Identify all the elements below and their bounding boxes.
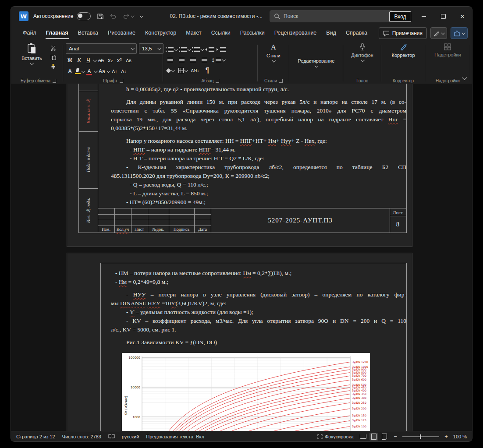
justify-button[interactable]: [200, 56, 210, 64]
focus-mode-button[interactable]: Фокусировка: [317, 434, 354, 439]
clipboard-dialog-launcher[interactable]: [53, 79, 56, 83]
styles-button[interactable]: А Стили: [263, 41, 284, 77]
doc-line: - Н Т – потери напора на трение: Н Т = Q…: [111, 154, 406, 163]
maximize-icon: [441, 14, 446, 19]
align-left-button[interactable]: [166, 56, 175, 64]
kv-curve-label: Зу/DN 400: [352, 389, 366, 392]
maximize-button[interactable]: [433, 7, 453, 26]
doc-line: - НПГ – напор на гидранте НПГ= 31,44 м.: [111, 145, 406, 154]
ribbon-tab[interactable]: Главная: [41, 28, 73, 38]
signin-button[interactable]: Вход: [389, 11, 411, 22]
bullets-button[interactable]: [166, 45, 177, 54]
word-count[interactable]: Число слов: 2783: [62, 434, 101, 439]
kv-curve-label: Зу/DN 600: [352, 378, 366, 381]
zoom-slider[interactable]: [402, 436, 439, 437]
collapse-ribbon-button[interactable]: [462, 74, 466, 81]
grow-font-button[interactable]: А↑: [110, 67, 119, 76]
text-predictions[interactable]: Предсказания текста: Вкл: [146, 434, 204, 439]
ribbon-tab[interactable]: Рецензирование: [270, 28, 322, 38]
decrease-indent-button[interactable]: [205, 45, 215, 54]
font-name-select[interactable]: Arial: [66, 43, 137, 54]
shrink-font-button[interactable]: А↓: [120, 67, 128, 76]
ribbon-tab[interactable]: Вставка: [73, 28, 103, 38]
editor-button[interactable]: Корректор: [388, 41, 419, 77]
underline-dropdown-icon[interactable]: [93, 58, 96, 62]
kerning-button[interactable]: Ав: [124, 56, 133, 65]
share-dropdown-icon: [462, 31, 465, 35]
proofing-status[interactable]: [108, 434, 115, 440]
close-button[interactable]: ×: [453, 7, 472, 26]
read-mode-button[interactable]: [359, 433, 368, 441]
font-color-button[interactable]: А: [85, 67, 93, 76]
zoom-slider-knob[interactable]: [420, 434, 421, 439]
paste-button[interactable]: Вставить: [18, 41, 46, 77]
sort-button[interactable]: АЯ↓: [190, 66, 200, 75]
ribbon-tab[interactable]: Рассылки: [235, 28, 270, 38]
line-spacing-button[interactable]: ↕: [211, 56, 225, 64]
share-button[interactable]: [451, 27, 468, 39]
multilevel-list-button[interactable]: [192, 45, 203, 54]
save-button[interactable]: [97, 13, 103, 20]
subscript-button[interactable]: x₂: [106, 56, 114, 65]
ribbon-right-actions: Примечания: [379, 27, 468, 39]
paste-dropdown-icon: [30, 61, 34, 65]
qat-customize-button[interactable]: [140, 15, 142, 18]
align-center-button[interactable]: [177, 56, 187, 64]
ribbon-tab[interactable]: Конструктор: [140, 28, 181, 38]
search-box[interactable]: Поиск: [270, 10, 393, 22]
page-indicator[interactable]: Страница 2 из 12: [16, 434, 55, 439]
cut-button[interactable]: [48, 44, 59, 52]
figure-chart[interactable]: 100000100001000KV (м3/час)Зу/DN 1200Зу/D…: [122, 353, 370, 431]
change-case-button[interactable]: Aa: [98, 67, 106, 76]
zoom-level[interactable]: 100 %: [453, 434, 467, 439]
format-painter-button[interactable]: [48, 62, 59, 70]
ribbon-tab[interactable]: Файл: [18, 28, 41, 38]
superscript-button[interactable]: x²: [115, 56, 124, 65]
minimize-button[interactable]: [414, 7, 433, 26]
language-indicator[interactable]: русский: [122, 434, 139, 439]
highlight-button[interactable]: [75, 67, 84, 76]
ribbon-tab[interactable]: Рисование: [103, 28, 140, 38]
align-right-button[interactable]: [188, 56, 198, 64]
comments-button[interactable]: Примечания: [379, 27, 427, 39]
doc-line: [111, 286, 406, 290]
autosave-toggle[interactable]: [77, 12, 91, 20]
change-case-dropdown-icon[interactable]: [107, 69, 110, 73]
font-dialog-launcher[interactable]: [120, 79, 123, 83]
undo-button[interactable]: [110, 13, 117, 19]
web-layout-button[interactable]: [380, 433, 389, 441]
pencil-icon: [433, 30, 440, 36]
document-canvas[interactable]: h = 0,00385q2, где q2 - производительнос…: [11, 84, 472, 431]
increase-indent-button[interactable]: [217, 45, 226, 54]
ribbon-tab[interactable]: Ссылки: [206, 28, 235, 38]
ribbon-tab[interactable]: Вид: [321, 28, 341, 38]
zoom-out-button[interactable]: −: [394, 434, 398, 439]
ribbon-tab[interactable]: Справка: [341, 28, 372, 38]
borders-button[interactable]: [178, 66, 188, 75]
ribbon-tab-bar: ФайлГлавнаяВставкаРисованиеКонструкторМа…: [11, 26, 472, 40]
copy-button[interactable]: [48, 53, 59, 61]
italic-button[interactable]: К: [75, 56, 83, 65]
numbering-button[interactable]: [179, 45, 190, 54]
page2[interactable]: - НМ – потери напора на местные сопротив…: [67, 253, 412, 431]
page1[interactable]: h = 0,00385q2, где q2 - производительнос…: [67, 84, 412, 247]
pilcrow-button[interactable]: ¶: [202, 66, 212, 75]
editing-menu-button[interactable]: Редактирование: [294, 41, 338, 77]
editing-mode-button[interactable]: [430, 27, 447, 39]
print-layout-button[interactable]: [369, 433, 378, 441]
font-size-select[interactable]: 13,5: [139, 43, 163, 54]
word-app-icon[interactable]: W: [19, 11, 28, 21]
paragraph-dialog-launcher[interactable]: [216, 79, 219, 83]
dictate-button[interactable]: Диктофон: [348, 41, 377, 77]
redo-button[interactable]: [123, 13, 134, 19]
strikethrough-button[interactable]: ab: [97, 56, 105, 65]
zoom-in-button[interactable]: +: [444, 434, 448, 439]
styles-dialog-launcher[interactable]: [279, 79, 283, 83]
underline-button[interactable]: Ч: [84, 56, 92, 65]
bold-button[interactable]: Ж: [66, 56, 74, 65]
addins-button[interactable]: Надстройки: [431, 41, 464, 77]
text-effects-button[interactable]: А: [66, 67, 74, 76]
font-color-dropdown-icon[interactable]: [94, 69, 97, 73]
ribbon-tab[interactable]: Макет: [181, 28, 206, 38]
shading-button[interactable]: [166, 66, 175, 75]
